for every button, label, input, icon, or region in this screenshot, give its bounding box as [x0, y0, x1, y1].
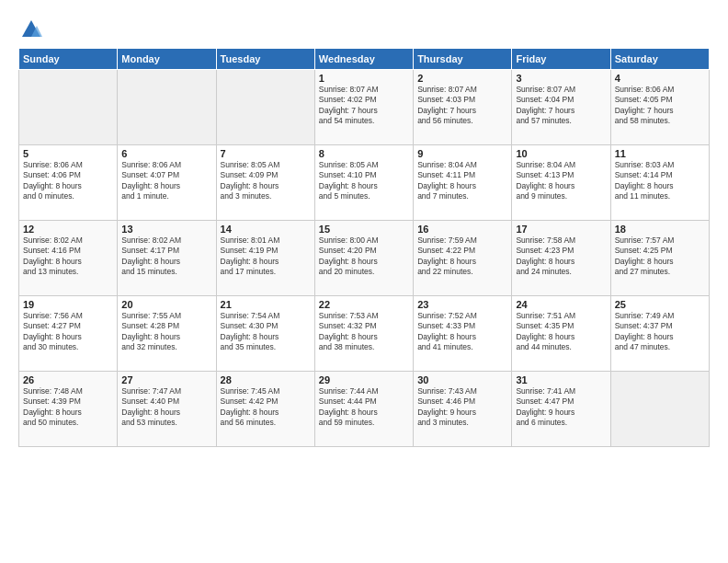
day-info: Sunrise: 8:02 AM Sunset: 4:17 PM Dayligh… — [121, 236, 211, 278]
calendar-cell — [216, 70, 314, 145]
day-info: Sunrise: 8:02 AM Sunset: 4:16 PM Dayligh… — [23, 236, 113, 278]
calendar-cell: 2Sunrise: 8:07 AM Sunset: 4:03 PM Daylig… — [414, 70, 512, 145]
day-info: Sunrise: 8:07 AM Sunset: 4:03 PM Dayligh… — [417, 85, 507, 127]
day-number: 8 — [319, 148, 409, 159]
day-info: Sunrise: 8:07 AM Sunset: 4:04 PM Dayligh… — [516, 85, 606, 127]
day-info: Sunrise: 7:48 AM Sunset: 4:39 PM Dayligh… — [23, 386, 113, 429]
day-info: Sunrise: 7:54 AM Sunset: 4:30 PM Dayligh… — [221, 311, 311, 353]
day-number: 24 — [516, 299, 606, 310]
logo-icon — [18, 17, 44, 42]
day-number: 7 — [221, 148, 311, 159]
day-number: 6 — [121, 148, 211, 159]
day-number: 9 — [417, 148, 507, 159]
weekday-header: Monday — [118, 49, 216, 70]
day-number: 23 — [417, 299, 507, 310]
calendar-body: 1Sunrise: 8:07 AM Sunset: 4:02 PM Daylig… — [19, 70, 710, 447]
day-number: 27 — [121, 374, 211, 385]
day-info: Sunrise: 8:03 AM Sunset: 4:14 PM Dayligh… — [615, 160, 705, 202]
weekday-header-row: SundayMondayTuesdayWednesdayThursdayFrid… — [19, 49, 710, 70]
day-number: 21 — [221, 299, 311, 310]
day-info: Sunrise: 7:53 AM Sunset: 4:32 PM Dayligh… — [319, 311, 409, 353]
calendar-week-row: 12Sunrise: 8:02 AM Sunset: 4:16 PM Dayli… — [19, 221, 710, 296]
day-info: Sunrise: 8:04 AM Sunset: 4:11 PM Dayligh… — [417, 160, 507, 202]
day-info: Sunrise: 7:59 AM Sunset: 4:22 PM Dayligh… — [417, 236, 507, 278]
weekday-header: Friday — [512, 49, 610, 70]
day-info: Sunrise: 7:55 AM Sunset: 4:28 PM Dayligh… — [121, 311, 211, 353]
day-info: Sunrise: 8:06 AM Sunset: 4:07 PM Dayligh… — [121, 160, 211, 202]
day-number: 12 — [23, 224, 113, 235]
calendar-cell: 19Sunrise: 7:56 AM Sunset: 4:27 PM Dayli… — [19, 296, 118, 372]
calendar-header: SundayMondayTuesdayWednesdayThursdayFrid… — [19, 49, 710, 70]
calendar-cell: 4Sunrise: 8:06 AM Sunset: 4:05 PM Daylig… — [610, 70, 709, 145]
weekday-header: Thursday — [414, 49, 512, 70]
day-info: Sunrise: 7:47 AM Sunset: 4:40 PM Dayligh… — [121, 386, 211, 429]
day-info: Sunrise: 7:41 AM Sunset: 4:47 PM Dayligh… — [516, 386, 606, 429]
calendar-cell: 3Sunrise: 8:07 AM Sunset: 4:04 PM Daylig… — [512, 70, 610, 145]
calendar-cell: 6Sunrise: 8:06 AM Sunset: 4:07 PM Daylig… — [118, 145, 216, 221]
weekday-header: Wednesday — [314, 49, 413, 70]
logo — [18, 17, 48, 42]
calendar-cell: 1Sunrise: 8:07 AM Sunset: 4:02 PM Daylig… — [314, 70, 413, 145]
day-info: Sunrise: 8:00 AM Sunset: 4:20 PM Dayligh… — [319, 236, 409, 278]
day-number: 31 — [516, 374, 606, 385]
day-info: Sunrise: 7:45 AM Sunset: 4:42 PM Dayligh… — [221, 386, 311, 429]
calendar-week-row: 5Sunrise: 8:06 AM Sunset: 4:06 PM Daylig… — [19, 145, 710, 221]
calendar-cell: 25Sunrise: 7:49 AM Sunset: 4:37 PM Dayli… — [610, 296, 709, 372]
calendar-cell: 21Sunrise: 7:54 AM Sunset: 4:30 PM Dayli… — [216, 296, 314, 372]
calendar-cell: 15Sunrise: 8:00 AM Sunset: 4:20 PM Dayli… — [314, 221, 413, 296]
calendar-cell: 5Sunrise: 8:06 AM Sunset: 4:06 PM Daylig… — [19, 145, 118, 221]
calendar-cell: 27Sunrise: 7:47 AM Sunset: 4:40 PM Dayli… — [118, 372, 216, 447]
calendar-cell — [19, 70, 118, 145]
calendar-cell — [610, 372, 709, 447]
calendar-cell: 18Sunrise: 7:57 AM Sunset: 4:25 PM Dayli… — [610, 221, 709, 296]
day-info: Sunrise: 7:43 AM Sunset: 4:46 PM Dayligh… — [417, 386, 507, 429]
calendar-cell: 9Sunrise: 8:04 AM Sunset: 4:11 PM Daylig… — [414, 145, 512, 221]
day-number: 15 — [319, 224, 409, 235]
day-info: Sunrise: 8:01 AM Sunset: 4:19 PM Dayligh… — [221, 236, 311, 278]
calendar-week-row: 26Sunrise: 7:48 AM Sunset: 4:39 PM Dayli… — [19, 372, 710, 447]
day-number: 11 — [615, 148, 705, 159]
day-number: 29 — [319, 374, 409, 385]
header — [18, 17, 710, 42]
day-info: Sunrise: 7:44 AM Sunset: 4:44 PM Dayligh… — [319, 386, 409, 429]
day-info: Sunrise: 8:04 AM Sunset: 4:13 PM Dayligh… — [516, 160, 606, 202]
calendar-cell: 24Sunrise: 7:51 AM Sunset: 4:35 PM Dayli… — [512, 296, 610, 372]
day-info: Sunrise: 8:06 AM Sunset: 4:05 PM Dayligh… — [615, 85, 705, 127]
calendar-cell: 17Sunrise: 7:58 AM Sunset: 4:23 PM Dayli… — [512, 221, 610, 296]
calendar-cell: 13Sunrise: 8:02 AM Sunset: 4:17 PM Dayli… — [118, 221, 216, 296]
day-number: 26 — [23, 374, 113, 385]
day-number: 22 — [319, 299, 409, 310]
day-number: 19 — [23, 299, 113, 310]
calendar-cell: 16Sunrise: 7:59 AM Sunset: 4:22 PM Dayli… — [414, 221, 512, 296]
day-info: Sunrise: 7:51 AM Sunset: 4:35 PM Dayligh… — [516, 311, 606, 353]
calendar-cell: 23Sunrise: 7:52 AM Sunset: 4:33 PM Dayli… — [414, 296, 512, 372]
day-info: Sunrise: 7:52 AM Sunset: 4:33 PM Dayligh… — [417, 311, 507, 353]
calendar-cell: 10Sunrise: 8:04 AM Sunset: 4:13 PM Dayli… — [512, 145, 610, 221]
calendar-cell: 11Sunrise: 8:03 AM Sunset: 4:14 PM Dayli… — [610, 145, 709, 221]
day-number: 30 — [417, 374, 507, 385]
calendar-cell: 30Sunrise: 7:43 AM Sunset: 4:46 PM Dayli… — [414, 372, 512, 447]
calendar-week-row: 19Sunrise: 7:56 AM Sunset: 4:27 PM Dayli… — [19, 296, 710, 372]
day-number: 16 — [417, 224, 507, 235]
day-number: 14 — [221, 224, 311, 235]
day-number: 28 — [221, 374, 311, 385]
calendar-cell: 28Sunrise: 7:45 AM Sunset: 4:42 PM Dayli… — [216, 372, 314, 447]
weekday-header: Sunday — [19, 49, 118, 70]
calendar-cell: 12Sunrise: 8:02 AM Sunset: 4:16 PM Dayli… — [19, 221, 118, 296]
calendar-table: SundayMondayTuesdayWednesdayThursdayFrid… — [18, 48, 710, 447]
day-number: 3 — [516, 73, 606, 84]
day-number: 4 — [615, 73, 705, 84]
day-number: 10 — [516, 148, 606, 159]
day-number: 20 — [121, 299, 211, 310]
day-info: Sunrise: 7:56 AM Sunset: 4:27 PM Dayligh… — [23, 311, 113, 353]
calendar-cell: 8Sunrise: 8:05 AM Sunset: 4:10 PM Daylig… — [314, 145, 413, 221]
day-number: 2 — [417, 73, 507, 84]
weekday-header: Tuesday — [216, 49, 314, 70]
calendar-cell — [118, 70, 216, 145]
day-number: 18 — [615, 224, 705, 235]
calendar-cell: 22Sunrise: 7:53 AM Sunset: 4:32 PM Dayli… — [314, 296, 413, 372]
day-info: Sunrise: 8:07 AM Sunset: 4:02 PM Dayligh… — [319, 85, 409, 127]
day-info: Sunrise: 7:58 AM Sunset: 4:23 PM Dayligh… — [516, 236, 606, 278]
calendar-cell: 26Sunrise: 7:48 AM Sunset: 4:39 PM Dayli… — [19, 372, 118, 447]
day-info: Sunrise: 7:57 AM Sunset: 4:25 PM Dayligh… — [615, 236, 705, 278]
